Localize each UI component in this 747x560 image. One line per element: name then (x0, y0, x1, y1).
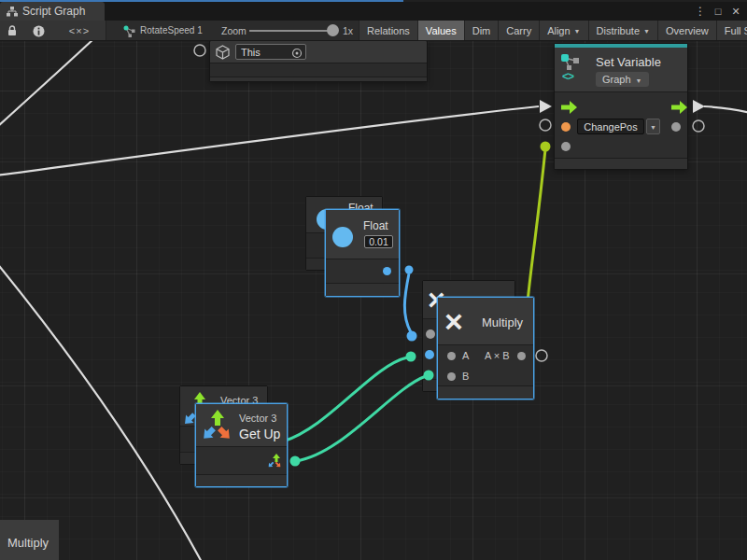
window-menu-icon[interactable]: ⋮ (693, 5, 708, 18)
wire-end-blue-top (405, 266, 414, 274)
distribute-dropdown[interactable]: Distribute▼ (588, 21, 657, 40)
output-port-gray[interactable] (671, 122, 681, 132)
input-label-a: A (462, 350, 469, 361)
variable-name: ChangePos (584, 121, 638, 133)
wire-teal-upper[interactable] (283, 357, 407, 441)
info-icon (33, 25, 45, 37)
variable-dropdown-button[interactable]: ▼ (646, 119, 660, 134)
inspect-button[interactable] (23, 21, 54, 41)
float-title: Float (363, 219, 388, 232)
graph-toolbar: <×> RotateSpeed 1 Zoom 1x Relations Valu… (0, 21, 747, 41)
toolbar-buttons: Relations Values Dim Carry Align▼ Distri… (359, 21, 747, 40)
zoom-slider-track[interactable] (249, 30, 328, 32)
tab-label: Script Graph (22, 5, 85, 18)
tooltip-label: Multiply (7, 536, 49, 550)
chevron-down-icon: ▼ (643, 21, 650, 41)
breadcrumb-graph-name[interactable]: RotateSpeed 1 (140, 21, 203, 41)
input-label-b: B (462, 371, 469, 382)
variable-name-field[interactable]: ChangePos (577, 119, 644, 134)
wire-end-lime (541, 142, 551, 152)
wire-end-teal-upper (406, 352, 416, 362)
gameobject-field-value: This (236, 47, 261, 58)
wire-end-teal-start (290, 456, 301, 467)
wire-end-teal-lower (424, 371, 434, 381)
chevron-down-icon: ▼ (650, 124, 656, 131)
float-node[interactable]: Float 0.01 (325, 209, 400, 297)
flow-out-port[interactable] (671, 101, 687, 114)
multiply-title: Multiply (482, 315, 523, 329)
output-label: A × B (485, 350, 510, 361)
port-blue-back-multiply[interactable] (425, 350, 434, 359)
scope-label: Graph (602, 74, 631, 85)
values-button[interactable]: Values (417, 21, 464, 40)
code-toggle-icon: <×> (69, 25, 90, 36)
full-screen-button[interactable]: Full Screen (716, 21, 747, 40)
hollow-circle-setvar-left (540, 119, 551, 131)
hollow-circle-this (194, 45, 205, 56)
align-dropdown[interactable]: Align▼ (539, 21, 587, 40)
input-port-a[interactable] (447, 352, 456, 360)
input-port-b[interactable] (447, 372, 456, 381)
tab-script-graph[interactable]: Script Graph (0, 2, 105, 21)
flow-in-port[interactable] (561, 101, 577, 114)
set-variable-node[interactable]: <> Set Variable Graph ▼ ChangePos ▼ (554, 43, 688, 170)
relations-button[interactable]: Relations (359, 21, 417, 40)
float-value-field[interactable]: 0.01 (364, 235, 393, 248)
chevron-down-icon: ▼ (636, 77, 642, 83)
lock-icon (7, 25, 17, 36)
hollow-circle-multiply-out (536, 350, 547, 361)
tab-bar: Script Graph ⋮ □ ✕ (0, 2, 747, 21)
graph-breadcrumb-icon (122, 24, 136, 38)
output-port-axb[interactable] (517, 352, 526, 360)
graph-tab-icon (7, 7, 18, 17)
arrow-down-right-icon (218, 427, 232, 441)
this-node[interactable]: This (209, 40, 428, 82)
arrow-up-icon (210, 410, 225, 426)
unity-visual-scripting-window: Float Vector 3 × (0, 0, 747, 560)
port-gray-back-multiply[interactable] (426, 329, 435, 339)
window-maximize-icon[interactable]: □ (711, 6, 726, 17)
carry-button[interactable]: Carry (498, 21, 539, 40)
float-output-port[interactable] (383, 267, 391, 275)
zoom-slider-knob[interactable] (327, 24, 339, 36)
wire-teal-lower[interactable] (296, 376, 426, 461)
wire-white-into-set-variable[interactable] (0, 106, 539, 175)
wire-white-bottomleft[interactable] (0, 262, 203, 560)
value-port-gray[interactable] (561, 142, 571, 151)
wire-white-out-set-variable[interactable] (704, 106, 747, 113)
variable-scope-dropdown[interactable]: Graph ▼ (596, 72, 649, 87)
get-up-node[interactable]: Vector 3 Get Up (195, 403, 288, 487)
flow-arrowhead-out (693, 100, 705, 113)
code-brackets-icon: <> (562, 70, 573, 83)
hollow-circle-setvar-right (693, 120, 704, 132)
cube-icon (216, 45, 230, 60)
window-close-icon[interactable]: ✕ (728, 6, 743, 18)
wire-white-topleft[interactable] (0, 38, 94, 128)
float-value-icon (332, 227, 353, 247)
lock-button[interactable] (0, 21, 24, 41)
object-picker-icon[interactable] (291, 48, 303, 59)
get-up-title: Get Up (239, 427, 280, 441)
zoom-value: 1x (343, 21, 353, 41)
node-option-tooltip[interactable]: Multiply (0, 520, 59, 560)
set-variable-title: Set Variable (596, 55, 661, 69)
get-up-type-title: Vector 3 (239, 413, 276, 424)
flow-arrowhead-in (540, 100, 552, 113)
overview-button[interactable]: Overview (657, 21, 716, 40)
vector3-output-port[interactable] (267, 454, 282, 469)
target-port-orange[interactable] (561, 122, 571, 132)
code-preview-toggle[interactable]: <×> (53, 21, 106, 41)
arrow-down-left-icon (202, 427, 216, 441)
gameobject-field[interactable]: This (235, 44, 306, 60)
zoom-label: Zoom (221, 21, 247, 41)
float-value: 0.01 (369, 236, 388, 247)
dim-button[interactable]: Dim (464, 21, 499, 40)
multiply-node[interactable]: × Multiply A A × B B (437, 297, 534, 399)
multiply-icon: × (444, 305, 463, 337)
wire-end-blue-bottom (407, 331, 417, 342)
wire-blue-float-to-multiply[interactable] (404, 273, 411, 332)
variables-icon (560, 53, 581, 70)
chevron-down-icon: ▼ (574, 21, 581, 41)
